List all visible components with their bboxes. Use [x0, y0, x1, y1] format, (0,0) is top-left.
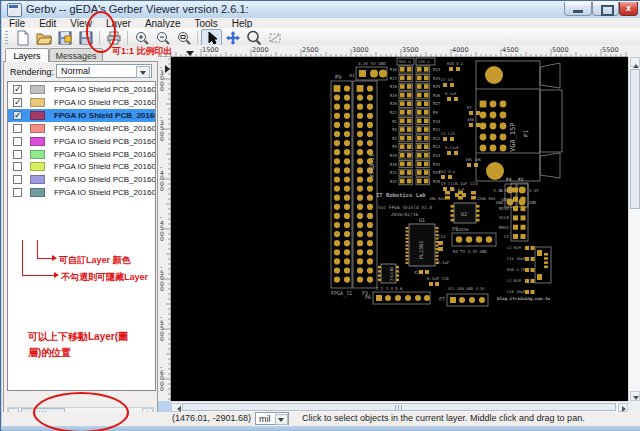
combo-arrow-icon[interactable] — [136, 66, 150, 78]
layer-color-swatch[interactable] — [30, 98, 45, 107]
scroll-down-arrow[interactable] — [630, 391, 640, 401]
menu-view[interactable]: View — [63, 18, 99, 29]
zoom-in-button[interactable] — [131, 29, 152, 46]
menu-edit[interactable]: Edit — [32, 18, 63, 29]
menu-analyze[interactable]: Analyze — [138, 18, 188, 29]
menu-help[interactable]: Help — [225, 18, 260, 29]
layer-row[interactable]: ✓FPGA IO Shield PCB_20160225- — [8, 96, 155, 109]
title-bar[interactable]: Gerbv -- gEDA's Gerber Viewer version 2.… — [2, 1, 640, 18]
svg-text:220 Ω: 220 Ω — [418, 59, 430, 64]
layer-visibility-checkbox[interactable] — [13, 175, 22, 184]
layer-visibility-checkbox[interactable] — [13, 188, 22, 197]
tab-layers[interactable]: Layers — [5, 48, 49, 62]
pcb-render: P9FPGA_J1FPGA_J1P33.3V 5V GNDK1R34 Ω220 … — [171, 57, 628, 401]
menu-file[interactable]: File — [2, 18, 32, 29]
window-bottom-border — [2, 426, 640, 431]
layer-row[interactable]: FPGA IO Shield PCB_20160225- — [8, 135, 155, 148]
svg-text:0: 0 — [160, 335, 164, 342]
svg-text:3000: 3000 — [352, 46, 369, 54]
svg-text:R19: R19 — [390, 93, 398, 98]
svg-text:R13: R13 — [433, 144, 441, 149]
magnifier-icon — [246, 30, 262, 46]
layer-row[interactable]: FPGA IO Shield PCB_20160225- — [8, 160, 155, 173]
layer-visibility-checkbox[interactable]: ✓ — [13, 111, 22, 120]
menu-tools[interactable]: Tools — [187, 18, 224, 29]
svg-text:50B: 50B — [467, 117, 475, 122]
layer-row[interactable]: FPGA IO Shield PCB_20160225- — [8, 148, 155, 161]
svg-text:10k R44: 10k R44 — [429, 196, 446, 201]
canvas-vscrollbar[interactable] — [628, 57, 640, 401]
svg-text:P1: P1 — [522, 129, 529, 137]
layer-name: FPGA IO Shield PCB_20160225.r — [54, 175, 156, 184]
print-button[interactable] — [103, 29, 124, 46]
svg-text:10K 10K: 10K 10K — [465, 157, 482, 162]
save-as-button[interactable] — [54, 29, 75, 46]
scroll-thumb[interactable] — [630, 69, 640, 209]
layer-row[interactable]: FPGA IO Shield PCB_20160225- — [8, 122, 155, 135]
pcb-canvas[interactable]: P9FPGA_J1FPGA_J1P33.3V 5V GNDK1R34 Ω220 … — [171, 57, 628, 401]
svg-text:R25: R25 — [433, 84, 441, 89]
svg-text:R29: R29 — [390, 153, 398, 158]
svg-text:0: 0 — [160, 85, 164, 92]
layer-color-swatch[interactable] — [30, 175, 45, 184]
svg-text:220k R45: 220k R45 — [477, 196, 495, 201]
svg-text:R26: R26 — [433, 93, 441, 98]
layer-row[interactable]: FPGA IO Shield PCB_20160225- — [8, 186, 155, 199]
svg-text:FPGA_J1: FPGA_J1 — [331, 290, 352, 297]
units-combobox[interactable]: mil — [255, 412, 289, 425]
combo-arrow-icon[interactable] — [275, 414, 288, 425]
zoom-out-button[interactable] — [152, 29, 173, 46]
pan-tool-button[interactable] — [222, 29, 243, 46]
maximize-button[interactable] — [592, 2, 619, 16]
minimize-button[interactable] — [564, 2, 592, 16]
layer-color-swatch[interactable] — [30, 137, 45, 146]
svg-text:P2: P2 — [518, 177, 524, 182]
layer-name: FPGA IO Shield PCB_20160225- — [54, 188, 156, 197]
layer-color-swatch[interactable] — [30, 124, 45, 133]
zoom-fit-icon — [176, 30, 192, 46]
svg-text:R31: R31 — [390, 170, 398, 175]
open-button[interactable] — [33, 29, 54, 46]
layer-color-swatch[interactable] — [30, 111, 45, 120]
toolbar-grip[interactable] — [5, 31, 8, 45]
layer-visibility-checkbox[interactable] — [13, 124, 22, 133]
svg-text:R18: R18 — [390, 84, 398, 89]
svg-text:C9 C11: C9 C11 — [441, 181, 455, 186]
menu-layer[interactable]: Layer — [99, 18, 138, 29]
layer-name: FPGA IO Shield PCB_20160225- — [54, 162, 156, 171]
svg-text:L2 BLM: L2 BLM — [507, 245, 521, 250]
measure-tool-button[interactable] — [264, 29, 285, 46]
save-button[interactable] — [75, 29, 96, 46]
layer-visibility-checkbox[interactable]: ✓ — [13, 98, 22, 107]
zoom-region-tool-button[interactable] — [243, 29, 264, 46]
svg-text:GND: GND — [529, 200, 537, 205]
layer-visibility-checkbox[interactable]: ✓ — [13, 85, 22, 94]
side-panel: Layers Messages Rendering: Normal ✓FPGA … — [2, 47, 158, 426]
layer-visibility-checkbox[interactable] — [13, 137, 22, 146]
svg-text:R34 Ω: R34 Ω — [399, 59, 411, 64]
layer-color-swatch[interactable] — [30, 188, 45, 197]
canvas-hscrollbar[interactable] — [171, 401, 628, 412]
rendering-label: Rendering: — [10, 67, 54, 77]
scroll-right-arrow[interactable] — [618, 403, 628, 412]
layer-color-swatch[interactable] — [30, 162, 45, 171]
layer-row[interactable]: ✓FPGA IO Shield PCB_20160225- — [8, 109, 155, 122]
close-button[interactable]: x — [619, 2, 638, 16]
layer-visibility-checkbox[interactable] — [13, 150, 22, 159]
scroll-left-arrow[interactable] — [171, 403, 181, 412]
layer-color-swatch[interactable] — [30, 150, 45, 159]
svg-text:P4: P4 — [506, 177, 512, 182]
svg-text:R41 0 Ω: R41 0 Ω — [439, 169, 456, 174]
rendering-combobox[interactable]: Normal — [56, 64, 152, 78]
layer-visibility-checkbox[interactable] — [13, 162, 22, 171]
new-file-button[interactable] — [12, 29, 33, 46]
tab-messages[interactable]: Messages — [49, 48, 103, 62]
pointer-tool-button[interactable] — [201, 29, 222, 46]
layer-color-swatch[interactable] — [30, 85, 45, 94]
scroll-thumb[interactable] — [182, 403, 616, 411]
scroll-up-arrow[interactable] — [630, 57, 640, 67]
zoom-fit-button[interactable] — [173, 29, 194, 46]
layer-row[interactable]: FPGA IO Shield PCB_20160225.r — [8, 173, 155, 186]
layer-row[interactable]: ✓FPGA IO Shield PCB_20160225- — [8, 83, 155, 96]
svg-text:L1 BLM: L1 BLM — [507, 278, 521, 283]
